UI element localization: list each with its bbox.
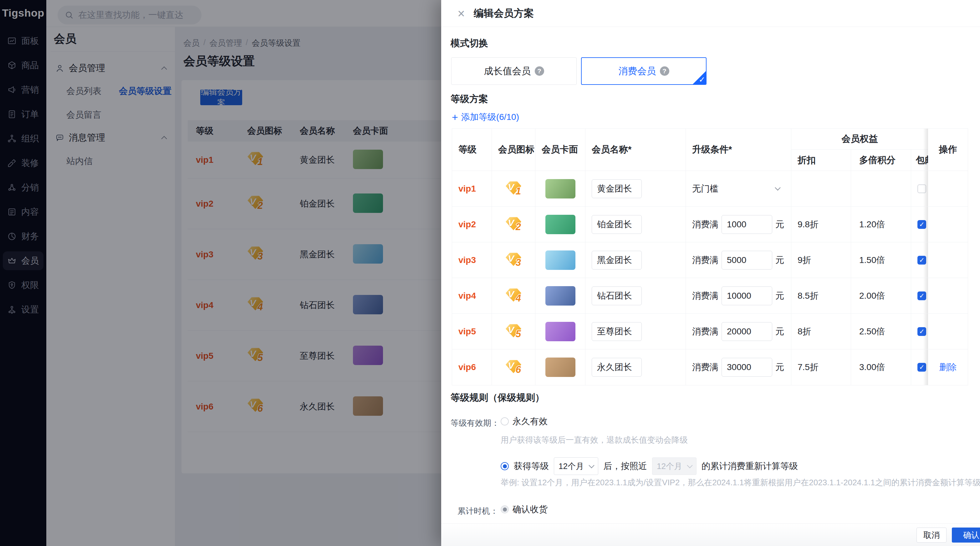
member-badge-icon: V4 xyxy=(505,288,522,303)
member-name-input[interactable] xyxy=(592,215,642,234)
discount-value: 8折 xyxy=(797,326,811,337)
points-value: 2.50倍 xyxy=(859,326,885,337)
check-icon xyxy=(699,75,705,84)
level-label: vip4 xyxy=(458,291,476,301)
rules-heading: 等级规则（保级规则） xyxy=(450,391,544,404)
level-row-vip2: vip2 V2 消费满元 9.8折 1.20倍 xyxy=(452,207,968,242)
level-label: vip6 xyxy=(458,362,476,372)
member-name-input[interactable] xyxy=(592,322,642,341)
level-row-vip6: vip6 V6 消费满元 7.5折 3.00倍 删除 xyxy=(452,350,968,385)
timing-radio xyxy=(501,505,509,513)
level-row-vip4: vip4 V4 消费满元 8.5折 2.00倍 xyxy=(452,278,968,314)
member-badge-icon: V1 xyxy=(505,181,522,196)
points-value: 3.00倍 xyxy=(859,361,885,373)
member-badge-icon: V3 xyxy=(505,253,522,268)
drawer-header: × 编辑会员方案 xyxy=(441,0,980,27)
condition-select[interactable]: 无门槛 xyxy=(692,183,791,195)
member-card-face xyxy=(546,251,576,270)
confirm-button[interactable]: 确认 xyxy=(952,527,980,543)
member-name-input[interactable] xyxy=(592,179,642,198)
amount-input[interactable] xyxy=(722,322,772,341)
amount-input[interactable] xyxy=(722,358,772,377)
add-level-link[interactable]: + 添加等级(6/10) xyxy=(452,112,519,123)
level-label: vip5 xyxy=(458,327,476,337)
permanent-hint: 用户获得该等级后一直有效，退款成长值变动会降级 xyxy=(501,434,688,445)
member-name-input[interactable] xyxy=(592,286,642,305)
level-label: vip1 xyxy=(458,184,476,194)
level-label: vip3 xyxy=(458,255,476,265)
validity-label: 等级有效期： xyxy=(450,418,500,429)
amount-input[interactable] xyxy=(722,286,772,305)
drawer-footer: 取消 确认 xyxy=(441,524,980,546)
cancel-button[interactable]: 取消 xyxy=(916,527,947,543)
mode-option-consumption[interactable]: 消费会员 xyxy=(581,57,706,85)
member-card-face xyxy=(546,286,576,306)
points-value: 1.50倍 xyxy=(859,254,885,266)
member-badge-icon: V5 xyxy=(505,324,522,339)
screen: Tigshop 面板 商品 营销 订单 组织 xyxy=(0,0,980,546)
amount-input[interactable] xyxy=(722,215,772,234)
close-icon[interactable]: × xyxy=(455,6,468,21)
plus-icon: + xyxy=(452,112,458,122)
member-card-face xyxy=(546,358,576,377)
help-icon[interactable] xyxy=(660,66,669,76)
chevron-down-icon xyxy=(775,185,780,190)
discount-value: 9折 xyxy=(797,254,811,266)
period-option-row: 获得等级 12个月 后，按照近 12个月 的累计消费重新计算等级 xyxy=(501,457,798,475)
benefits-group: 会员权益 折扣 多倍积分 包邮 xyxy=(791,129,928,171)
points-value: 2.00倍 xyxy=(859,290,885,302)
timing-option-row: 确认收货 xyxy=(501,504,547,514)
member-badge-icon: V6 xyxy=(505,360,522,375)
amount-input[interactable] xyxy=(722,251,772,270)
level-label: vip2 xyxy=(458,219,476,230)
level-row-vip1: vip1 V1 无门槛 xyxy=(452,171,968,207)
period-radio[interactable] xyxy=(501,462,509,470)
edit-plan-drawer: × 编辑会员方案 模式切换 成长值会员 消费会员 等级方案 + 添加等级(6/1… xyxy=(441,0,980,546)
chevron-down-icon xyxy=(589,462,594,468)
help-icon[interactable] xyxy=(535,66,544,76)
period-select[interactable]: 12个月 xyxy=(554,457,598,475)
member-card-face xyxy=(546,215,576,234)
mode-switch: 成长值会员 消费会员 xyxy=(451,57,706,85)
chevron-down-icon xyxy=(687,462,692,468)
plan-heading: 等级方案 xyxy=(450,93,488,105)
lookback-select: 12个月 xyxy=(652,457,697,475)
mode-option-growth[interactable]: 成长值会员 xyxy=(451,57,577,85)
period-hint: 举例: 设置12个月，用户在2023.1.1成为/设置VIP2，那么在2024.… xyxy=(501,477,980,488)
level-row-vip3: vip3 V3 消费满元 9折 1.50倍 xyxy=(452,242,968,278)
points-value: 1.20倍 xyxy=(859,219,885,230)
delete-row-link[interactable]: 删除 xyxy=(939,361,957,373)
member-badge-icon: V2 xyxy=(505,217,522,232)
discount-value: 7.5折 xyxy=(797,361,819,373)
discount-value: 9.8折 xyxy=(797,219,819,230)
discount-value: 8.5折 xyxy=(797,290,819,302)
member-name-input[interactable] xyxy=(592,251,642,270)
member-name-input[interactable] xyxy=(592,358,642,377)
permanent-radio[interactable] xyxy=(501,417,509,425)
member-card-face xyxy=(546,179,576,198)
level-plan-table: 等级 会员图标 会员卡面 会员名称* 升级条件* 会员权益 折扣 多倍积分 包邮… xyxy=(452,128,968,385)
level-row-vip5: vip5 V5 消费满元 8折 2.50倍 xyxy=(452,314,968,350)
timing-label: 累计时机： xyxy=(457,506,498,517)
drawer-title: 编辑会员方案 xyxy=(474,0,534,27)
member-card-face xyxy=(546,322,576,341)
permanent-option-row: 永久有效 xyxy=(501,417,547,426)
mode-switch-heading: 模式切换 xyxy=(450,37,488,50)
table-header: 等级 会员图标 会员卡面 会员名称* 升级条件* 会员权益 折扣 多倍积分 包邮… xyxy=(452,129,968,171)
